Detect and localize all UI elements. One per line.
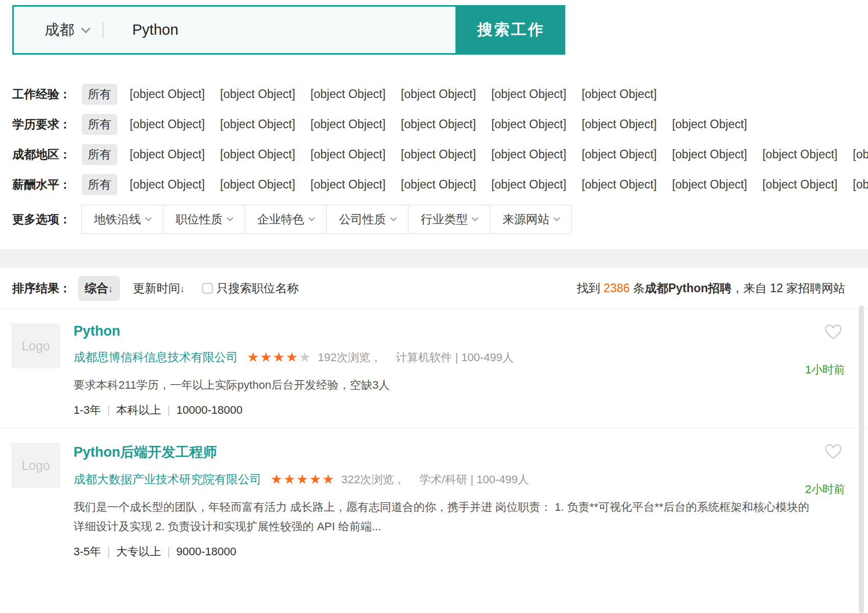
filter-option[interactable]: [object Object] <box>491 87 566 101</box>
filter-option[interactable]: [object Object] <box>672 148 747 161</box>
filter-label: 工作经验： <box>12 86 82 102</box>
separator: | <box>167 404 171 416</box>
filter-option[interactable]: [object Object] <box>582 87 657 101</box>
filter-option[interactable]: [object Object] <box>853 178 868 192</box>
sort-composite-button[interactable]: 综合↓ <box>78 276 120 301</box>
filter-option[interactable]: [object Object] <box>310 117 385 131</box>
section-divider-band <box>0 249 868 268</box>
job-meta: 1-3年|本科以上|10000-18000 <box>74 403 845 418</box>
filter-selected-pill[interactable]: 所有 <box>82 84 117 105</box>
filter-option[interactable]: [object Object] <box>401 178 476 192</box>
filter-option[interactable]: [object Object] <box>491 148 566 161</box>
chevron-down-icon <box>553 215 560 221</box>
sort-row: 排序结果： 综合↓ 更新时间↓ 只搜索职位名称 找到 2386 条成都Pytho… <box>0 268 868 309</box>
filter-label: 成都地区： <box>12 147 82 162</box>
favorite-heart-icon[interactable] <box>823 321 843 342</box>
filter-dropdown[interactable]: 公司性质 <box>326 205 408 234</box>
sort-updated-button[interactable]: 更新时间↓ <box>133 280 185 296</box>
filter-dropdown[interactable]: 地铁沿线 <box>81 205 163 234</box>
job-title-link[interactable]: Python <box>74 323 120 339</box>
filter-option[interactable]: [object Object] <box>762 148 837 161</box>
filter-option[interactable]: [object Object] <box>491 178 566 192</box>
filter-option[interactable]: [object Object] <box>853 148 868 161</box>
result-prefix: 找到 <box>577 281 604 295</box>
filter-option[interactable]: [object Object] <box>582 178 657 192</box>
scrollbar-thumb[interactable] <box>859 305 864 613</box>
filter-dropdown-label: 地铁沿线 <box>94 211 141 227</box>
job-experience: 1-3年 <box>74 404 101 416</box>
filter-option[interactable]: [object Object] <box>491 117 566 131</box>
filter-option[interactable]: [object Object] <box>672 117 747 131</box>
job-title-link[interactable]: Python后端开发工程师 <box>74 443 217 461</box>
filter-option[interactable]: [object Object] <box>220 87 295 101</box>
company-link[interactable]: 成都思博信科信息技术有限公司 <box>74 349 238 365</box>
search-input-wrap: 成都 Python <box>12 5 457 55</box>
job-salary: 9000-18000 <box>176 545 236 558</box>
filter-dropdown-label: 公司性质 <box>339 211 386 227</box>
company-logo[interactable]: Logo <box>11 443 60 488</box>
filter-label: 学历要求： <box>12 116 82 132</box>
filter-options: [object Object][object Object][object Ob… <box>130 148 868 161</box>
filter-options: [object Object][object Object][object Ob… <box>130 87 672 101</box>
filter-option[interactable]: [object Object] <box>310 148 385 161</box>
filter-option[interactable]: [object Object] <box>130 87 205 101</box>
filter-selected-pill[interactable]: 所有 <box>82 144 117 165</box>
sort-composite-label: 综合 <box>85 281 108 295</box>
sort-label: 排序结果： <box>12 280 71 296</box>
job-card: Logo Python后端开发工程师 成都大数据产业技术研究院有限公司 ★★★★… <box>0 428 868 570</box>
view-count: 322次浏览， <box>342 472 405 487</box>
favorite-heart-icon[interactable] <box>823 441 843 461</box>
filter-option[interactable]: [object Object] <box>310 87 385 101</box>
job-description: 我们是一个成长型的团队，年轻而富有活力 成长路上，愿有志同道合的你，携手并进 岗… <box>74 498 814 536</box>
filter-options: [object Object][object Object][object Ob… <box>130 117 762 131</box>
title-only-checkbox[interactable] <box>202 283 213 294</box>
filter-dropdown-label: 企业特色 <box>257 211 304 227</box>
filter-row: 学历要求： 所有 [object Object][object Object][… <box>12 109 868 139</box>
filter-selected-pill[interactable]: 所有 <box>82 174 117 195</box>
job-salary: 10000-18000 <box>176 404 243 416</box>
result-suffix: ，来自 12 家招聘网站 <box>732 281 845 295</box>
filter-option[interactable]: [object Object] <box>220 117 295 131</box>
filter-option[interactable]: [object Object] <box>220 148 295 161</box>
filter-dropdown[interactable]: 企业特色 <box>245 205 327 234</box>
filter-dropdown[interactable]: 行业类型 <box>408 205 490 234</box>
search-button[interactable]: 搜索工作 <box>457 5 565 55</box>
filter-option[interactable]: [object Object] <box>220 178 295 192</box>
filter-option[interactable]: [object Object] <box>672 178 747 192</box>
job-body: Python 成都思博信科信息技术有限公司 ★★★★★ 192次浏览， 计算机软… <box>74 320 845 418</box>
title-only-checkbox-label[interactable]: 只搜索职位名称 <box>216 280 299 296</box>
chevron-down-icon <box>308 215 315 221</box>
filter-option[interactable]: [object Object] <box>762 178 837 192</box>
result-mid: 条 <box>630 281 644 295</box>
chevron-down-icon <box>81 23 91 34</box>
arrow-down-icon: ↓ <box>108 284 113 294</box>
search-input[interactable]: Python <box>132 21 178 38</box>
filter-selected-pill[interactable]: 所有 <box>82 114 117 135</box>
result-highlight: 成都Python招聘 <box>645 281 732 295</box>
rating-stars: ★★★★★ <box>247 349 312 365</box>
filter-option[interactable]: [object Object] <box>130 178 205 192</box>
result-number: 2386 <box>604 281 630 295</box>
separator: | <box>107 545 110 558</box>
filter-option[interactable]: [object Object] <box>130 117 205 131</box>
company-logo[interactable]: Logo <box>11 323 60 368</box>
filter-option[interactable]: [object Object] <box>401 117 476 131</box>
city-selector[interactable]: 成都 <box>14 20 103 40</box>
chevron-down-icon <box>145 215 152 221</box>
filter-option[interactable]: [object Object] <box>401 87 476 101</box>
filter-option[interactable]: [object Object] <box>310 178 385 192</box>
filter-option[interactable]: [object Object] <box>582 117 657 131</box>
posted-time: 2小时前 <box>805 482 845 497</box>
filter-panel: 工作经验： 所有 [object Object][object Object][… <box>12 79 868 200</box>
filter-option[interactable]: [object Object] <box>130 148 205 161</box>
view-count: 192次浏览， <box>318 350 382 365</box>
filter-option[interactable]: [object Object] <box>401 148 476 161</box>
filter-option[interactable]: [object Object] <box>582 148 657 161</box>
filter-dropdown[interactable]: 职位性质 <box>163 205 245 234</box>
company-link[interactable]: 成都大数据产业技术研究院有限公司 <box>74 471 261 487</box>
job-body: Python后端开发工程师 成都大数据产业技术研究院有限公司 ★★★★★ 322… <box>74 440 845 559</box>
separator: | <box>167 545 171 558</box>
sort-updated-label: 更新时间 <box>133 281 180 295</box>
company-category: 计算机软件 | 100-499人 <box>396 350 514 365</box>
filter-dropdown[interactable]: 来源网站 <box>490 205 572 234</box>
